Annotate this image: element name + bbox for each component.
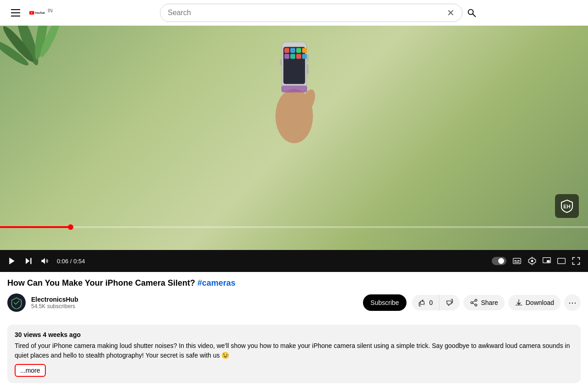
svg-rect-34 (514, 260, 517, 261)
svg-rect-40 (558, 258, 566, 264)
svg-line-4 (473, 14, 475, 16)
download-button[interactable]: Download (508, 295, 561, 310)
video-player: EH 0:06 / (0, 26, 588, 272)
theater-icon (557, 256, 566, 266)
svg-point-32 (498, 258, 504, 264)
header-left: YouTube IN (7, 5, 53, 20)
search-input[interactable]: electronicshub (168, 9, 447, 17)
channel-subscribers: 54.5K subscribers (31, 303, 357, 310)
search-icon (467, 8, 477, 18)
progress-dot (68, 224, 73, 230)
search-button[interactable] (462, 4, 481, 22)
watermark-badge: EH (555, 194, 579, 218)
time-display: 0:06 / 0:54 (57, 258, 85, 265)
miniplayer-button[interactable] (540, 255, 553, 267)
video-hashtag[interactable]: #cameras (198, 278, 236, 288)
dislike-button[interactable] (440, 295, 460, 310)
download-icon (515, 299, 523, 307)
volume-icon (40, 256, 49, 266)
svg-rect-35 (517, 260, 520, 261)
play-button[interactable] (5, 255, 18, 267)
svg-rect-21 (306, 64, 308, 74)
more-dots-icon: ⋯ (568, 298, 577, 308)
hamburger-menu[interactable] (7, 5, 24, 20)
svg-marker-27 (9, 258, 15, 265)
description-text: Tired of your iPhone camera making loud … (15, 341, 573, 360)
svg-point-41 (475, 299, 478, 302)
plant-decoration (0, 26, 92, 117)
svg-point-43 (475, 304, 478, 306)
theater-button[interactable] (555, 255, 568, 267)
current-time: 0:06 (57, 258, 68, 265)
progress-bar[interactable] (0, 226, 588, 228)
video-thumbnail[interactable]: EH (0, 26, 588, 250)
channel-avatar[interactable] (7, 293, 26, 312)
channel-name[interactable]: ElectronicsHub (31, 296, 357, 303)
svg-text:EH: EH (563, 204, 570, 209)
svg-rect-18 (296, 54, 301, 59)
action-buttons: 0 Share (412, 294, 581, 311)
next-button[interactable] (22, 255, 35, 267)
svg-rect-36 (514, 262, 520, 263)
subtitles-icon (512, 256, 522, 266)
dislike-icon (445, 299, 453, 307)
svg-point-37 (531, 260, 533, 262)
fullscreen-button[interactable] (570, 255, 583, 267)
search-bar: electronicshub ✕ (160, 4, 462, 22)
settings-icon (528, 256, 537, 266)
svg-rect-17 (290, 54, 295, 59)
pause-toggle-button[interactable] (490, 255, 508, 267)
video-title: How Can You Make Your iPhone Camera Sile… (7, 277, 581, 289)
svg-rect-39 (547, 260, 550, 262)
channel-row: ElectronicsHub 54.5K subscribers Subscri… (7, 293, 581, 312)
subtitles-button[interactable] (510, 255, 524, 267)
settings-button[interactable] (526, 255, 539, 267)
play-icon (7, 256, 16, 266)
channel-info: ElectronicsHub 54.5K subscribers (31, 296, 357, 310)
svg-marker-28 (26, 258, 29, 264)
svg-text:YouTube: YouTube (35, 11, 45, 14)
svg-line-44 (473, 303, 475, 304)
svg-rect-25 (281, 85, 307, 92)
description-meta: 30 views 4 weeks ago (15, 331, 573, 338)
search-container: electronicshub ✕ (160, 4, 481, 22)
video-title-text: How Can You Make Your iPhone Camera Sile… (7, 278, 195, 288)
share-icon (470, 299, 478, 307)
volume-button[interactable] (38, 255, 51, 267)
svg-point-42 (471, 302, 473, 304)
youtube-logo[interactable]: YouTube IN (29, 7, 53, 18)
like-count: 0 (429, 299, 433, 306)
channel-avatar-icon (10, 296, 23, 309)
subscribe-button[interactable]: Subscribe (363, 294, 406, 311)
svg-rect-20 (306, 54, 308, 61)
like-button[interactable]: 0 (412, 295, 440, 310)
share-button[interactable]: Share (463, 295, 504, 310)
watermark-icon: EH (560, 199, 574, 213)
pause-toggle-icon (492, 257, 506, 265)
svg-marker-30 (42, 258, 45, 264)
svg-rect-12 (284, 48, 289, 53)
svg-rect-22 (280, 59, 281, 65)
video-info: How Can You Make Your iPhone Camera Sile… (0, 272, 588, 321)
miniplayer-icon (542, 256, 551, 266)
like-icon (418, 299, 427, 307)
search-clear-icon[interactable]: ✕ (447, 7, 455, 18)
controls-right (490, 255, 583, 267)
svg-rect-33 (513, 258, 521, 264)
svg-rect-13 (290, 48, 295, 53)
share-label: Share (481, 299, 498, 306)
video-controls: 0:06 / 0:54 (0, 250, 588, 272)
skip-next-icon (24, 256, 33, 266)
svg-rect-15 (302, 48, 307, 53)
description-box: 30 views 4 weeks ago Tired of your iPhon… (7, 325, 581, 383)
svg-line-45 (473, 301, 475, 302)
svg-rect-19 (302, 54, 307, 59)
logo-country: IN (48, 8, 53, 13)
svg-rect-16 (284, 54, 289, 59)
description-more-button[interactable]: ...more (15, 364, 46, 377)
view-count: 30 views (15, 331, 41, 338)
progress-fill (0, 226, 71, 228)
svg-rect-29 (30, 258, 32, 264)
more-options-button[interactable]: ⋯ (564, 294, 581, 311)
download-label: Download (526, 299, 554, 306)
